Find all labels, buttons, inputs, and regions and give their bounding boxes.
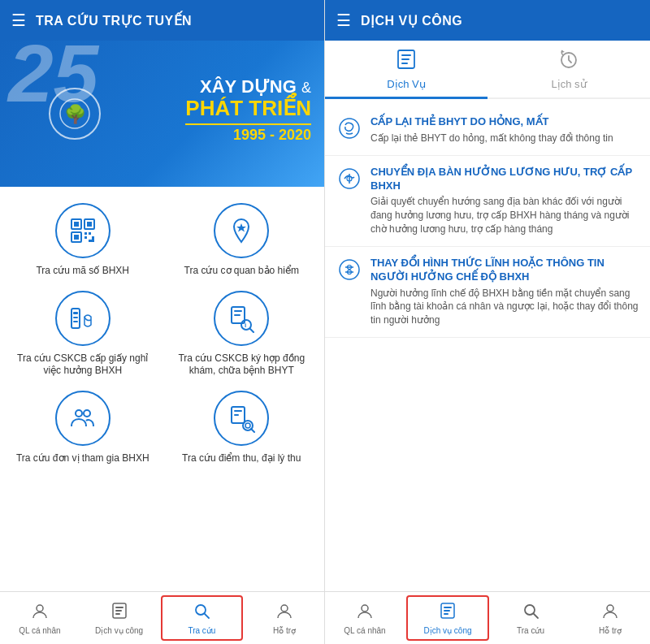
right-tra-cuu-icon bbox=[522, 602, 540, 624]
svg-point-24 bbox=[76, 410, 82, 417]
right-ho-tro-icon bbox=[601, 602, 619, 624]
svg-text:🌳: 🌳 bbox=[64, 103, 87, 125]
grid-item-diem-thu[interactable]: Tra cứu điểm thu, đại lý thu bbox=[166, 387, 318, 469]
services-list: CẤP LẠI THẺ BHYT DO HỎNG, MẤT Cấp lại th… bbox=[325, 99, 650, 591]
svg-rect-8 bbox=[84, 232, 87, 235]
svg-rect-37 bbox=[115, 613, 120, 615]
svg-rect-17 bbox=[73, 321, 78, 322]
grid-label-cskcb-hop-dong: Tra cứu CSKCB ký hợp đồng khám, chữa bện… bbox=[169, 352, 315, 378]
right-nav-ho-tro-label: Hỗ trợ bbox=[599, 626, 622, 635]
grid-item-co-quan-bao-hiem[interactable]: Tra cứu cơ quan bảo hiểm bbox=[166, 200, 318, 281]
grid-label-don-vi-tham-gia: Tra cứu đơn vị tham gia BHXH bbox=[16, 452, 150, 465]
left-nav-dich-vu-cong[interactable]: Dịch vụ công bbox=[80, 592, 159, 644]
right-nav-ql-ca-nhan[interactable]: QL cá nhân bbox=[325, 592, 405, 644]
svg-rect-43 bbox=[401, 58, 410, 60]
service-item-cap-lai-the[interactable]: CẤP LẠI THẺ BHYT DO HỎNG, MẤT Cấp lại th… bbox=[325, 106, 650, 156]
svg-point-52 bbox=[362, 605, 368, 612]
left-grid-section: Tra cứu mã số BHXH Tra cứu cơ quan bảo h… bbox=[0, 187, 324, 591]
svg-rect-44 bbox=[401, 63, 408, 64]
left-nav-ho-tro[interactable]: Hỗ trợ bbox=[245, 592, 324, 644]
svg-point-40 bbox=[281, 605, 288, 612]
svg-rect-20 bbox=[234, 314, 240, 316]
svg-rect-7 bbox=[74, 235, 79, 240]
service-cap-lai-content: CẤP LẠI THẺ BHYT DO HỎNG, MẤT Cấp lại th… bbox=[370, 115, 613, 145]
service-thay-doi-title: THAY ĐỔI HÌNH THỨC LĨNH HOẶC THÔNG TIN N… bbox=[370, 257, 639, 284]
right-nav-ho-tro[interactable]: Hỗ trợ bbox=[570, 592, 650, 644]
grid-row-3: Tra cứu đơn vị tham gia BHXH Tra cứu điể… bbox=[6, 387, 318, 469]
left-nav-tra-cuu[interactable]: Tra cứu bbox=[161, 595, 244, 641]
banner-logo: 🌳 bbox=[49, 88, 101, 140]
qr-icon bbox=[55, 203, 110, 258]
svg-rect-36 bbox=[115, 610, 122, 612]
svg-rect-3 bbox=[74, 222, 79, 227]
dich-vu-cong-icon bbox=[110, 602, 128, 624]
tabs-row: Dịch Vụ Lịch sử bbox=[325, 41, 650, 99]
svg-rect-19 bbox=[234, 310, 242, 312]
service-item-thay-doi[interactable]: THAY ĐỔI HÌNH THỨC LĨNH HOẶC THÔNG TIN N… bbox=[325, 247, 650, 338]
left-panel: ☰ TRA CỨU TRỰC TUYẾN 25 🌳 XÂY DỰNG & PHÁ… bbox=[0, 0, 325, 644]
banner-line1: XÂY DỰNG & bbox=[185, 77, 311, 97]
right-nav-dich-vu-cong[interactable]: Dịch vụ công bbox=[406, 595, 489, 641]
handshake-icon bbox=[55, 291, 110, 346]
right-nav-ql-ca-nhan-label: QL cá nhân bbox=[344, 626, 385, 635]
left-nav-ho-tro-label: Hỗ trợ bbox=[273, 626, 296, 635]
service-cap-lai-icon bbox=[336, 115, 362, 141]
right-nav-tra-cuu-label: Tra cứu bbox=[517, 626, 544, 635]
svg-rect-28 bbox=[234, 410, 242, 412]
grid-item-cskcb-hop-dong[interactable]: i Tra cứu CSKCB ký hợp đồng khám, chữa b… bbox=[166, 287, 318, 381]
banner-line2: PHÁT TRIỂN bbox=[185, 97, 311, 120]
tab-dich-vu[interactable]: Dịch Vụ bbox=[325, 41, 488, 99]
svg-rect-16 bbox=[73, 317, 78, 318]
right-nav-tra-cuu[interactable]: Tra cứu bbox=[491, 592, 570, 644]
service-chuyen-title: CHUYỂN ĐỊA BÀN HƯỞNG LƯƠNG HƯU, TRỢ CẤP … bbox=[370, 166, 639, 193]
svg-rect-55 bbox=[444, 610, 450, 612]
left-nav-ql-ca-nhan[interactable]: QL cá nhân bbox=[0, 592, 80, 644]
left-hamburger-icon[interactable]: ☰ bbox=[11, 11, 26, 30]
grid-row-2: Tra cứu CSKCB cấp giấy nghỉ việc hưởng B… bbox=[6, 287, 318, 381]
left-header: ☰ TRA CỨU TRỰC TUYẾN bbox=[0, 0, 324, 41]
service-cap-lai-desc: Cấp lại thẻ BHYT do hỏng, mất không thay… bbox=[370, 132, 613, 145]
search-magnify-icon bbox=[214, 391, 269, 446]
svg-rect-5 bbox=[87, 222, 92, 227]
grid-label-diem-thu: Tra cứu điểm thu, đại lý thu bbox=[182, 452, 301, 465]
right-nav-dich-vu-cong-label: Dịch vụ công bbox=[423, 626, 471, 635]
tab-dich-vu-label: Dịch Vụ bbox=[387, 78, 425, 90]
svg-rect-54 bbox=[444, 607, 452, 608]
svg-rect-11 bbox=[92, 236, 94, 242]
tra-cuu-icon bbox=[193, 602, 210, 624]
svg-point-57 bbox=[525, 605, 535, 615]
location-star-icon bbox=[214, 203, 269, 258]
ql-ca-nhan-icon bbox=[31, 602, 49, 624]
service-chuyen-desc: Giải quyết chuyển hướng sang địa bàn khá… bbox=[370, 195, 639, 236]
tab-lich-su-label: Lịch sử bbox=[551, 78, 586, 90]
svg-point-25 bbox=[84, 410, 90, 417]
svg-marker-13 bbox=[236, 223, 246, 232]
service-item-chuyen-dia-ban[interactable]: CHUYỂN ĐỊA BÀN HƯỞNG LƯƠNG HƯU, TRỢ CẤP … bbox=[325, 156, 650, 247]
grid-item-cskcb-giay-nghi[interactable]: Tra cứu CSKCB cấp giấy nghỉ việc hưởng B… bbox=[6, 287, 159, 381]
left-nav-ql-ca-nhan-label: QL cá nhân bbox=[19, 626, 60, 635]
ho-tro-icon bbox=[275, 602, 293, 624]
svg-rect-10 bbox=[84, 236, 87, 239]
right-ql-ca-nhan-icon bbox=[356, 602, 374, 624]
left-nav-tra-cuu-label: Tra cứu bbox=[188, 626, 215, 635]
right-panel-title: DỊCH VỤ CÔNG bbox=[361, 13, 462, 28]
svg-rect-56 bbox=[444, 613, 448, 615]
banner-text-block: XÂY DỰNG & PHÁT TRIỂN 1995 - 2020 bbox=[185, 77, 311, 144]
svg-rect-12 bbox=[89, 240, 92, 242]
tab-lich-su-icon bbox=[558, 49, 579, 75]
svg-point-46 bbox=[340, 119, 359, 138]
right-bottom-nav: QL cá nhân Dịch vụ công Tra cứu Hỗ trợ bbox=[325, 591, 650, 644]
svg-line-58 bbox=[534, 614, 538, 618]
right-panel: ☰ DỊCH VỤ CÔNG Dịch Vụ Lịch sử CẤP LẠI T… bbox=[325, 0, 650, 644]
search-doc-icon: i bbox=[214, 291, 269, 346]
grid-row-1: Tra cứu mã số BHXH Tra cứu cơ quan bảo h… bbox=[6, 200, 318, 281]
grid-item-ma-so-bhxh[interactable]: Tra cứu mã số BHXH bbox=[6, 200, 159, 281]
service-chuyen-icon bbox=[336, 166, 362, 192]
right-hamburger-icon[interactable]: ☰ bbox=[336, 11, 351, 30]
tab-lich-su[interactable]: Lịch sử bbox=[488, 41, 650, 99]
left-panel-title: TRA CỨU TRỰC TUYẾN bbox=[36, 13, 192, 28]
right-header: ☰ DỊCH VỤ CÔNG bbox=[325, 0, 650, 41]
service-thay-doi-content: THAY ĐỔI HÌNH THỨC LĨNH HOẶC THÔNG TIN N… bbox=[370, 257, 639, 327]
grid-item-don-vi-tham-gia[interactable]: Tra cứu đơn vị tham gia BHXH bbox=[6, 387, 159, 469]
service-chuyen-content: CHUYỂN ĐỊA BÀN HƯỞNG LƯƠNG HƯU, TRỢ CẤP … bbox=[370, 166, 639, 236]
